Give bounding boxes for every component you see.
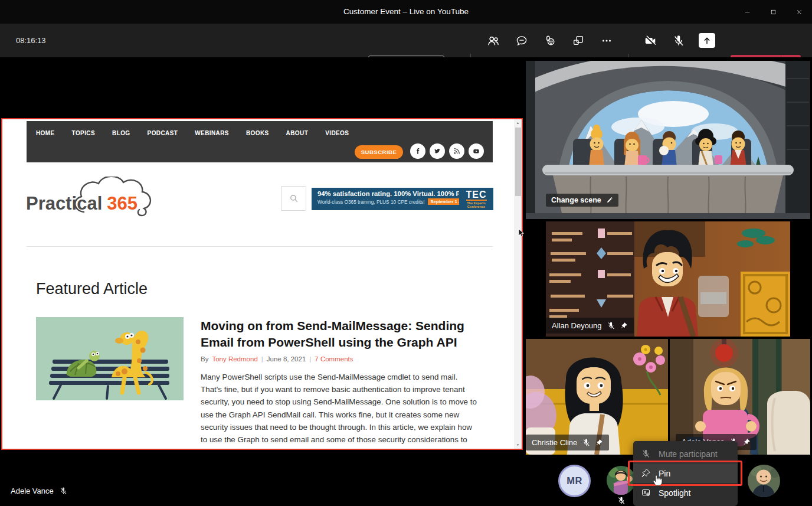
site-search-button[interactable] xyxy=(281,186,306,211)
maximize-button[interactable] xyxy=(760,0,786,24)
avatar-photo xyxy=(748,465,780,497)
site-nav-links: HOME TOPICS BLOG PODCAST WEBINARS BOOKS … xyxy=(27,121,493,136)
avatar-initials-text: MR xyxy=(567,475,582,487)
social-links xyxy=(410,143,484,159)
breakout-rooms-button[interactable] xyxy=(570,32,587,49)
article-thumbnail[interactable] xyxy=(36,317,184,400)
nav-item-webinars[interactable]: WEBINARS xyxy=(195,130,229,136)
nav-item-videos[interactable]: VIDEOS xyxy=(325,130,349,136)
avatar-participant[interactable] xyxy=(748,465,780,497)
change-scene-label: Change scene xyxy=(551,196,601,204)
avatar-initials[interactable]: MR xyxy=(558,465,591,497)
article-title[interactable]: Moving on from Send-MailMessage: Sending… xyxy=(201,318,467,350)
reactions-button[interactable] xyxy=(542,32,558,49)
participant-name: Allan Deyoung xyxy=(552,321,602,330)
nav-item-topics[interactable]: TOPICS xyxy=(72,130,95,136)
scroll-down-icon[interactable] xyxy=(515,442,520,448)
people-icon xyxy=(487,34,500,47)
reactions-icon xyxy=(543,34,556,47)
subscribe-button[interactable]: SUBSCRIBE xyxy=(355,145,403,159)
youtube-icon xyxy=(472,147,480,155)
pinned-icon xyxy=(620,322,628,329)
presenter-cursor xyxy=(517,228,525,238)
banner-headline: 94% satisfaction rating. 100% Virtual. 1… xyxy=(317,190,459,197)
page-scrollbar[interactable] xyxy=(514,119,522,449)
banner-date-badge: September 1 - 2, 2021 xyxy=(428,198,459,205)
search-icon xyxy=(289,193,299,204)
mic-off-icon xyxy=(672,34,685,47)
scroll-up-icon[interactable] xyxy=(515,120,520,126)
facebook-button[interactable] xyxy=(410,143,425,159)
window-controls xyxy=(734,0,812,24)
stage: HOME TOPICS BLOG PODCAST WEBINARS BOOKS … xyxy=(0,57,525,506)
share-screen-button[interactable] xyxy=(699,33,715,48)
video-tile-adele-vance[interactable]: Adele Vance xyxy=(670,339,810,455)
mic-off-icon xyxy=(59,487,68,495)
participants-button[interactable] xyxy=(485,32,502,49)
video-tile-allan-deyoung[interactable]: Allan Deyoung xyxy=(546,221,790,337)
meeting-timer: 08:16:13 xyxy=(16,24,46,57)
participants-panel: Change scene xyxy=(525,57,812,506)
site-logo-text: Practical365 xyxy=(26,193,137,214)
participant-name-label: Allan Deyoung xyxy=(546,318,634,334)
pencil-icon xyxy=(606,197,613,204)
turtle-giraffe-cartoon xyxy=(36,317,184,400)
presenter-name: Adele Vance xyxy=(11,487,54,495)
scrollbar-thumb[interactable] xyxy=(515,128,521,196)
nav-item-podcast[interactable]: PODCAST xyxy=(148,130,178,136)
minimize-button[interactable] xyxy=(734,0,760,24)
toolbar-icon-group xyxy=(485,24,615,57)
video-tile-together-scene[interactable]: Change scene xyxy=(526,61,810,219)
byline-by: By xyxy=(201,355,208,363)
nav-item-home[interactable]: HOME xyxy=(36,130,55,136)
tec-logo: TEC xyxy=(466,190,487,201)
nav-item-blog[interactable]: BLOG xyxy=(112,130,130,136)
comments-link[interactable]: 7 Comments xyxy=(315,355,353,363)
tec-banner-ad[interactable]: 94% satisfaction rating. 100% Virtual. 1… xyxy=(312,188,493,210)
article-date: June 8, 2021 xyxy=(267,355,306,363)
twitter-button[interactable] xyxy=(430,143,445,159)
window-title: Customer Event – Live on YouTube xyxy=(0,0,812,24)
pinned-icon xyxy=(743,438,751,446)
author-link[interactable]: Tony Redmond xyxy=(212,355,257,363)
chat-button[interactable] xyxy=(513,32,530,49)
camera-off-icon xyxy=(644,34,657,47)
shared-website: HOME TOPICS BLOG PODCAST WEBINARS BOOKS … xyxy=(2,119,522,449)
change-scene-button[interactable]: Change scene xyxy=(546,194,618,207)
presenter-name-label: Adele Vance xyxy=(11,487,68,495)
participant-name: Christie Cline xyxy=(532,438,577,447)
byline-separator: | xyxy=(309,355,311,363)
more-actions-button[interactable] xyxy=(598,32,615,49)
close-icon xyxy=(795,8,803,16)
title-bar: Customer Event – Live on YouTube xyxy=(0,0,812,24)
video-tile-christie-cline[interactable]: Christie Cline xyxy=(526,339,668,455)
facebook-icon xyxy=(414,147,422,155)
mic-off-icon xyxy=(607,321,615,330)
camera-toggle-button[interactable] xyxy=(642,32,659,49)
mic-off-icon xyxy=(617,496,626,505)
shared-screen[interactable]: HOME TOPICS BLOG PODCAST WEBINARS BOOKS … xyxy=(1,118,523,450)
pinned-icon xyxy=(595,439,603,446)
maximize-icon xyxy=(770,8,777,16)
close-button[interactable] xyxy=(786,0,812,24)
twitter-icon xyxy=(433,147,441,155)
logo-word: Practical xyxy=(26,193,102,214)
article-body: Many PowerShell scripts use the Send-Mai… xyxy=(201,371,480,450)
nav-item-about[interactable]: ABOUT xyxy=(286,130,309,136)
cursor-hand xyxy=(650,470,666,488)
share-screen-icon xyxy=(702,36,712,45)
site-nav-bar: HOME TOPICS BLOG PODCAST WEBINARS BOOKS … xyxy=(27,121,493,162)
participant-name-label: Christie Cline xyxy=(526,435,609,450)
nav-item-books[interactable]: BOOKS xyxy=(246,130,269,136)
featured-heading: Featured Article xyxy=(36,280,148,298)
breakout-rooms-icon xyxy=(572,34,585,47)
byline-separator: | xyxy=(261,355,263,363)
youtube-button[interactable] xyxy=(469,143,484,159)
mic-toggle-button[interactable] xyxy=(670,32,687,49)
spotlight-icon xyxy=(641,488,651,498)
tec-sub-line2: Conference xyxy=(459,205,493,208)
logo-number: 365 xyxy=(107,193,137,214)
menu-item-label: Mute participant xyxy=(659,449,718,459)
teams-meeting-window: Customer Event – Live on YouTube 08:16:1… xyxy=(0,0,812,506)
rss-button[interactable] xyxy=(449,143,464,159)
